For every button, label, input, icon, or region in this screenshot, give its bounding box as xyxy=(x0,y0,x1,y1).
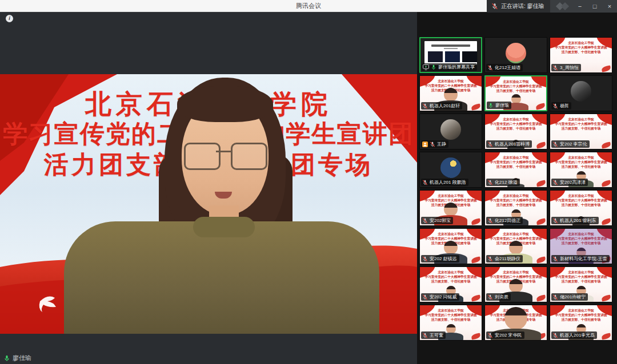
patrick-star-avatar xyxy=(506,43,526,63)
participant-tile[interactable]: 化212王婧语 xyxy=(484,37,547,73)
participant-tile[interactable]: 北京石油化工学院 学习宣传党的二十大精神学生宣讲团 活力团支部、十佳社团专场 安… xyxy=(550,114,612,149)
participant-tile[interactable]: 北京石油化工学院 学习宣传党的二十大精神学生宣讲团 活力团支部、十佳社团专场 安… xyxy=(550,152,612,188)
participant-tile[interactable]: 廖佳瑜的屏幕共享 xyxy=(419,37,482,73)
mic-muted-icon xyxy=(552,333,558,338)
speaker-sweater xyxy=(64,221,379,334)
participant-label: 机器人201李光磊 xyxy=(551,331,597,339)
person-badge-icon xyxy=(422,141,428,147)
screen-share-icon xyxy=(423,64,429,70)
participant-label: 安202 问铭威 xyxy=(421,293,459,301)
participant-tile[interactable]: 北京石油化工学院 学习宣传党的二十大精神学生宣讲团 活力团支部、十佳社团专场 机… xyxy=(550,190,612,226)
participant-name: 机器人201赵轩 xyxy=(430,103,460,109)
mic-muted-icon xyxy=(552,103,558,109)
participant-label: 杨哲 xyxy=(551,102,571,110)
participant-label: 3_周怡恒 xyxy=(551,64,581,71)
participant-tile[interactable]: 北京石油化工学院 学习宣传党的二十大精神学生宣讲团 活力团支部、十佳社团专场 安… xyxy=(419,228,482,264)
participant-name: 安202 问铭威 xyxy=(430,294,457,300)
participant-label: 化212 徐溢 xyxy=(486,179,520,186)
participant-label: 化212王婧语 xyxy=(486,64,523,71)
participant-tile[interactable]: 北京石油化工学院 学习宣传党的二十大精神学生宣讲团 活力团支部、十佳社团专场 安… xyxy=(484,305,547,341)
red-swoosh xyxy=(535,103,546,110)
participant-tile[interactable]: 北京石油化工学院 学习宣传党的二十大精神学生宣讲团 活力团支部、十佳社团专场 3… xyxy=(550,37,612,73)
participant-tile[interactable]: 北京石油化工学院 学习宣传党的二十大精神学生宣讲团 活力团支部、十佳社团专场 王… xyxy=(419,305,482,341)
participant-tile[interactable]: 王静 xyxy=(419,114,482,149)
participant-tile[interactable]: 机器人201 段鹏浩 xyxy=(419,152,482,188)
mic-muted-icon xyxy=(422,180,428,185)
mic-muted-icon xyxy=(422,333,428,338)
participant-tile[interactable]: 北京石油化工学院 学习宣传党的二十大精神学生宣讲团 活力团支部、十佳社团专场 安… xyxy=(419,266,482,302)
main-speaker-video: 北京石油化工学院 学习宣传党的二十大精神学生宣讲团 活力团支部、十佳社团专场 xyxy=(0,74,417,334)
participant-tile[interactable]: 杨哲 xyxy=(550,75,612,111)
participant-label: 新材料与化工学院-王蕾 xyxy=(551,255,610,262)
participants-grid: 廖佳瑜的屏幕共享 化212王婧语 北京石油化工学院 学习宣传党的二十大精神学生宣… xyxy=(419,37,612,341)
participant-tile[interactable]: 北京石油化工学院 学习宣传党的二十大精神学生宣讲团 活力团支部、十佳社团专场 新… xyxy=(550,228,612,264)
participant-tile[interactable]: 北京石油化工学院 学习宣传党的二十大精神学生宣讲团 活力团支部、十佳社团专场 机… xyxy=(484,114,547,149)
mic-muted-icon xyxy=(552,294,558,300)
participant-label: 机器人201 管利东 xyxy=(551,217,599,224)
participant-name: 机器人201李光磊 xyxy=(560,332,595,338)
maximize-button[interactable]: □ xyxy=(587,0,602,13)
red-swoosh xyxy=(536,256,546,263)
participant-label: 机器人201 段鹏浩 xyxy=(421,179,468,186)
participant-tile[interactable]: 北京石油化工学院 学习宣传党的二十大精神学生宣讲团 活力团支部、十佳社团专场 储… xyxy=(550,266,612,302)
participant-tile[interactable]: 北京石油化工学院 学习宣传党的二十大精神学生宣讲团 活力团支部、十佳社团专场 化… xyxy=(484,190,547,226)
participant-name: 新材料与化工学院-王蕾 xyxy=(560,256,607,262)
participant-name: 杨哲 xyxy=(560,103,569,109)
mic-on-icon xyxy=(488,103,494,108)
participant-name: 廖佳瑜 xyxy=(495,102,509,108)
participant-label: 化212田德正 xyxy=(486,217,523,224)
participant-tile[interactable]: 北京石油化工学院 学习宣传党的二十大精神学生宣讲团 活力团支部、十佳社团专场 廖… xyxy=(484,75,547,111)
mic-muted-icon xyxy=(487,141,493,147)
speaking-label: 正在讲话: 廖佳瑜 xyxy=(501,2,544,10)
participant-name: 安202郭宝 xyxy=(430,217,451,224)
red-swoosh xyxy=(471,294,481,301)
participant-name: 刘奕辰 xyxy=(495,294,508,300)
speaking-indicator: 正在讲话: 廖佳瑜 xyxy=(487,0,550,13)
participant-name: 化212王婧语 xyxy=(495,64,520,71)
info-icon[interactable]: i xyxy=(6,15,13,22)
mic-muted-icon xyxy=(487,256,493,262)
red-swoosh xyxy=(536,141,546,148)
red-swoosh xyxy=(601,218,611,225)
participant-label: 机器人201赵轩 xyxy=(421,102,462,110)
mic-muted-icon xyxy=(487,65,493,71)
participant-name: 王静 xyxy=(437,141,446,147)
mic-muted-icon xyxy=(487,218,493,224)
participant-name: 安202高泽泽 xyxy=(560,179,586,185)
meeting-logo-watermark xyxy=(555,2,572,10)
red-swoosh xyxy=(601,294,611,301)
participant-name: 安202 宋华民 xyxy=(495,332,522,338)
main-stage: i 北京石油化工学院 学习宣传党的二十大精神学生宣讲团 活力团支部、十佳社团专场 xyxy=(0,11,417,364)
participants-panel: 廖佳瑜的屏幕共享 化212王婧语 北京石油化工学院 学习宣传党的二十大精神学生宣… xyxy=(417,11,617,364)
participant-label: 王静 xyxy=(421,140,448,148)
mic-muted-icon xyxy=(552,65,558,71)
participant-tile[interactable]: 北京石油化工学院 学习宣传党的二十大精神学生宣讲团 活力团支部、十佳社团专场 安… xyxy=(419,190,482,226)
mic-muted-icon xyxy=(487,294,493,300)
mic-muted-icon xyxy=(552,256,558,262)
red-swoosh xyxy=(536,294,546,301)
red-swoosh xyxy=(471,103,481,110)
participant-label: 刘奕辰 xyxy=(486,293,511,301)
participant-label: 安202 李宗伦 xyxy=(551,140,590,148)
participant-name: 机器人201 段鹏浩 xyxy=(430,179,466,185)
participant-tile[interactable]: 北京石油化工学院 学习宣传党的二十大精神学生宣讲团 活力团支部、十佳社团专场 化… xyxy=(484,152,547,188)
participant-label: 安202 宋华民 xyxy=(486,331,524,339)
close-button[interactable]: × xyxy=(602,0,617,13)
participant-tile[interactable]: 北京石油化工学院 学习宣传党的二十大精神学生宣讲团 活力团支部、十佳社团专场 会… xyxy=(484,228,547,264)
participant-tile[interactable]: 北京石油化工学院 学习宣传党的二十大精神学生宣讲团 活力团支部、十佳社团专场 刘… xyxy=(484,266,547,302)
participant-label: 储201许峻宁 xyxy=(551,293,588,301)
participant-name: 安202 赵镇远 xyxy=(430,256,457,262)
red-swoosh xyxy=(536,218,546,225)
red-swoosh xyxy=(601,65,611,72)
mic-muted-icon xyxy=(430,141,435,147)
red-swoosh xyxy=(601,141,611,148)
participant-label: 廖佳瑜的屏幕共享 xyxy=(422,63,477,71)
shared-screen-thumbnail xyxy=(424,41,477,65)
stage-speaker-name: 廖佳瑜 xyxy=(13,354,31,362)
participant-tile[interactable]: 北京石油化工学院 学习宣传党的二十大精神学生宣讲团 活力团支部、十佳社团专场 机… xyxy=(419,75,482,111)
participant-label: 王可萱 xyxy=(421,331,446,339)
mic-muted-icon xyxy=(552,141,558,147)
mic-muted-icon xyxy=(487,180,493,185)
minimize-button[interactable]: − xyxy=(572,0,587,13)
participant-tile[interactable]: 北京石油化工学院 学习宣传党的二十大精神学生宣讲团 活力团支部、十佳社团专场 机… xyxy=(550,305,612,341)
